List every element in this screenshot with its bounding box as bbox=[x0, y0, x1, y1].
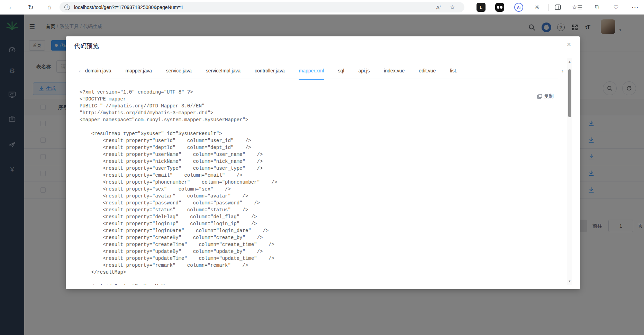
address-bar[interactable]: i localhost/tool/gen?t=1709371825080&pag… bbox=[60, 2, 464, 12]
collections-icon[interactable]: ⧉ bbox=[592, 3, 601, 12]
home-icon[interactable]: ⌂ bbox=[44, 0, 55, 15]
extension-ai-icon[interactable]: Ai bbox=[514, 3, 523, 12]
browser-toolbar: ← ↻ ⌂ i localhost/tool/gen?t=17093718250… bbox=[0, 0, 644, 15]
tab-service-java[interactable]: service.java bbox=[166, 65, 192, 79]
url-text[interactable]: localhost/tool/gen?t=1709371825080&pageN… bbox=[74, 5, 183, 10]
tabs-bar: ‹ domain.javamapper.javaservice.javaserv… bbox=[80, 65, 558, 79]
favorites-bar-icon[interactable]: ☆☰ bbox=[573, 3, 582, 12]
extension-panda-icon[interactable] bbox=[495, 3, 504, 12]
scroll-up-icon[interactable]: ▲ bbox=[567, 60, 572, 63]
tab-list[interactable]: list. bbox=[450, 65, 457, 79]
close-icon[interactable]: × bbox=[567, 41, 571, 49]
tab-domain-java[interactable]: domain.java bbox=[85, 65, 111, 79]
back-icon[interactable]: ← bbox=[6, 0, 17, 15]
tab-controller-java[interactable]: controller.java bbox=[255, 65, 284, 79]
tab-sql[interactable]: sql bbox=[338, 65, 344, 79]
modal-tabs: domain.javamapper.javaservice.javaservic… bbox=[85, 65, 457, 79]
page-info-icon[interactable]: i bbox=[64, 5, 70, 10]
extension-l-icon[interactable]: L bbox=[477, 3, 486, 12]
tab-index-vue[interactable]: index.vue bbox=[384, 65, 405, 79]
code-content: <?xml version="1.0" encoding="UTF-8" ?> … bbox=[80, 89, 550, 285]
dialog-title: 代码预览 bbox=[74, 42, 99, 50]
tab-mapper-xml[interactable]: mapper.xml bbox=[299, 65, 324, 79]
read-aloud-icon[interactable]: Aʻ bbox=[434, 2, 443, 12]
extensions-clover-icon[interactable]: ✳ bbox=[533, 3, 542, 12]
tab-api-js[interactable]: api.js bbox=[359, 65, 370, 79]
toolbar-divider bbox=[548, 4, 548, 11]
tab-mapper-java[interactable]: mapper.java bbox=[126, 65, 152, 79]
favorite-star-icon[interactable]: ☆ bbox=[448, 2, 457, 12]
settings-ellipsis-icon[interactable]: ⋯ bbox=[631, 3, 640, 12]
scroll-down-icon[interactable]: ▼ bbox=[567, 280, 572, 283]
modal-scrollbar[interactable]: ▲ ▼ bbox=[567, 58, 572, 285]
tab-serviceImpl-java[interactable]: serviceImpl.java bbox=[206, 65, 241, 79]
split-screen-icon[interactable] bbox=[553, 3, 562, 12]
tab-scroll-left-icon[interactable]: ‹ bbox=[79, 68, 81, 74]
code-preview-dialog: 代码预览 × ‹ domain.javamapper.javaservice.j… bbox=[66, 36, 580, 289]
scrollbar-thumb[interactable] bbox=[568, 69, 571, 117]
tab-edit-vue[interactable]: edit.vue bbox=[419, 65, 436, 79]
tab-scroll-right-icon[interactable]: › bbox=[562, 68, 563, 74]
browser-essentials-icon[interactable]: ♡ bbox=[611, 3, 620, 12]
refresh-icon[interactable]: ↻ bbox=[26, 0, 36, 15]
